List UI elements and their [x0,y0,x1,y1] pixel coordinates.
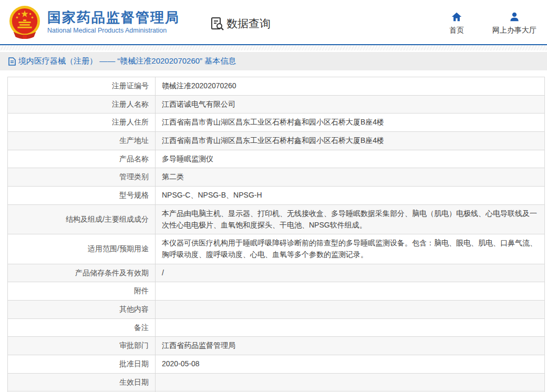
table-row: 附件 [8,282,545,301]
table-row: 生产地址江西省南昌市青山湖区昌东工业区石桥村鑫和园小区石桥大厦B座4楼 [8,132,545,150]
row-label: 注册证编号 [8,77,156,96]
table-row: 产品储存条件及有效期/ [8,264,545,282]
page-title-bar: 境内医疗器械（注册） —— “赣械注准20202070260” 基本信息 [0,52,547,70]
page-title: 境内医疗器械（注册） —— “赣械注准20202070260” 基本信息 [18,56,236,66]
row-value: / [156,264,545,282]
row-value: NPSG-C、NPSG-B、NPSG-H [156,187,545,205]
row-value [156,300,545,318]
row-value: 本产品由电脑主机、显示器、打印机、无线接收盒、多导睡眠数据采集部分、脑电（肌电）… [156,204,545,234]
table-row: 注册证编号赣械注准20202070260 [8,77,545,96]
info-table: 注册证编号赣械注准20202070260注册人名称江西诺诚电气有限公司注册人住所… [7,77,545,392]
nav-home-label: 首页 [449,26,464,35]
row-label: 型号规格 [8,187,156,205]
table-row: 审批部门江西省药品监督管理局 [8,337,545,355]
row-label: 结构及组成/主要组成成分 [8,204,156,234]
nav-service-hall-label: 网上办事大厅 [492,26,536,35]
table-row: 结构及组成/主要组成成分本产品由电脑主机、显示器、打印机、无线接收盒、多导睡眠数… [8,204,545,234]
row-label: 备注 [8,318,156,337]
row-value: 江西省南昌市青山湖区昌东工业区石桥村鑫和园小区石桥大厦B座4楼 [156,132,545,150]
row-value [156,373,545,391]
site-header: 国家药品监督管理局 National Medical Products Admi… [0,0,547,45]
brand-title-en: National Medical Products Administration [47,27,180,34]
info-table-body: 注册证编号赣械注准20202070260注册人名称江西诺诚电气有限公司注册人住所… [8,77,545,392]
table-row: 型号规格NPSG-C、NPSG-B、NPSG-H [8,187,545,205]
row-label: 适用范围/预期用途 [8,234,156,264]
row-value: 江西省南昌市青山湖区昌东工业区石桥村鑫和园小区石桥大厦B座4楼 [156,114,545,132]
row-label: 管理类别 [8,168,156,187]
row-label: 其他内容 [8,300,156,318]
row-label: 生效日期 [8,373,156,391]
row-value: 多导睡眠监测仪 [156,150,545,168]
user-icon [509,11,520,23]
row-label: 审批部门 [8,337,156,355]
row-value: 江西诺诚电气有限公司 [156,95,545,114]
page-icon [8,57,16,66]
row-label: 生产地址 [8,132,156,150]
table-row: 生效日期 [8,373,545,391]
row-value [156,282,545,301]
row-value: 江西省药品监督管理局 [156,337,545,355]
table-row: 产品名称多导睡眠监测仪 [8,150,545,168]
table-row: 注册人名称江西诺诚电气有限公司 [8,95,545,114]
table-row: 注册人住所江西省南昌市青山湖区昌东工业区石桥村鑫和园小区石桥大厦B座4楼 [8,114,545,132]
row-label: 注册人名称 [8,95,156,114]
table-row: 适用范围/预期用途本仪器可供医疗机构用于睡眠呼吸障碍诊断前的筛查型的多导睡眠监测… [8,234,545,264]
row-label: 产品储存条件及有效期 [8,264,156,282]
table-row: 其他内容 [8,300,545,318]
row-label: 产品名称 [8,150,156,168]
home-icon [451,11,462,23]
header-nav: 首页 网上办事大厅 [445,11,536,35]
hatched-divider [0,45,547,52]
table-row: 批准日期2020-05-08 [8,355,545,374]
data-query-label: 数据查询 [226,16,271,31]
row-label: 批准日期 [8,355,156,374]
nav-home[interactable]: 首页 [445,11,468,35]
info-table-wrap: 注册证编号赣械注准20202070260注册人名称江西诺诚电气有限公司注册人住所… [0,77,547,392]
row-value: 本仪器可供医疗机构用于睡眠呼吸障碍诊断前的筛查型的多导睡眠监测设备。包含：脑电、… [156,234,545,264]
brand-block: 国家药品监督管理局 National Medical Products Admi… [47,10,180,34]
row-value: 赣械注准20202070260 [156,77,545,96]
data-query-section: 数据查询 [210,16,271,31]
document-search-icon [210,17,224,31]
national-emblem-logo [8,5,41,40]
nav-service-hall[interactable]: 网上办事大厅 [492,11,536,35]
table-row: 备注 [8,318,545,337]
row-value: 第二类 [156,168,545,187]
table-row: 管理类别第二类 [8,168,545,187]
row-value [156,318,545,337]
row-label: 注册人住所 [8,114,156,132]
row-label: 附件 [8,282,156,301]
brand-title-cn: 国家药品监督管理局 [47,10,180,26]
row-value: 2020-05-08 [156,355,545,374]
